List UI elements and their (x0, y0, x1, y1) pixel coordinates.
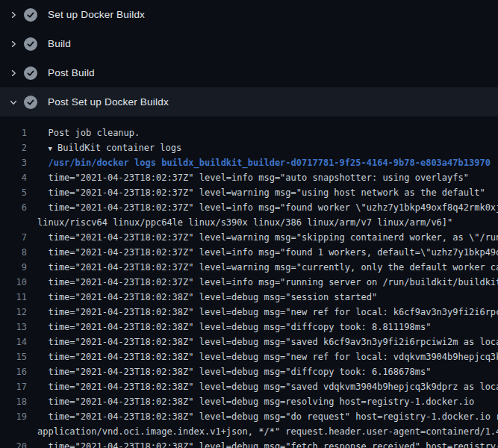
step-header-build[interactable]: Build (0, 29, 498, 58)
log-text: time="2021-04-23T18:02:38Z" level=debug … (37, 394, 474, 409)
log-line: 4 time="2021-04-23T18:02:37Z" level=info… (0, 170, 498, 185)
log-line: 15 time="2021-04-23T18:02:38Z" level=deb… (0, 349, 498, 364)
log-text: time="2021-04-23T18:02:37Z" level=info m… (37, 170, 469, 185)
line-number[interactable]: 1 (0, 125, 27, 140)
log-text: time="2021-04-23T18:02:38Z" level=debug … (37, 320, 431, 335)
step-title: Post Set up Docker Buildx (48, 96, 169, 108)
log-text: Post job cleanup. (37, 125, 140, 140)
step-header-post-build[interactable]: Post Build (0, 58, 498, 87)
log-line: 8 time="2021-04-23T18:02:37Z" level=info… (0, 245, 498, 260)
line-number[interactable]: 9 (0, 260, 27, 275)
log-line: 7 time="2021-04-23T18:02:37Z" level=warn… (0, 230, 498, 245)
line-number[interactable]: 20 (0, 439, 27, 448)
line-number[interactable]: 19 (0, 409, 27, 424)
log-text: time="2021-04-23T18:02:37Z" level=warnin… (37, 185, 485, 200)
log-text: time="2021-04-23T18:02:37Z" level=info m… (37, 245, 498, 260)
chevron-icon[interactable] (9, 38, 22, 50)
log-line: 16 time="2021-04-23T18:02:38Z" level=deb… (0, 364, 498, 379)
chevron-icon[interactable] (9, 96, 22, 108)
line-number[interactable]: 12 (0, 305, 27, 320)
log-line: 19 time="2021-04-23T18:02:38Z" level=deb… (0, 409, 498, 424)
log-text: time="2021-04-23T18:02:38Z" level=debug … (37, 439, 498, 448)
line-number (0, 215, 27, 230)
log-line: 17 time="2021-04-23T18:02:38Z" level=deb… (0, 379, 498, 394)
line-number[interactable]: 16 (0, 364, 27, 379)
log-line-continuation: linux/riscv64 linux/ppc64le linux/s390x … (0, 215, 498, 230)
log-line: 2 ▼ BuildKit container logs (0, 140, 498, 155)
check-circle-icon (24, 96, 37, 109)
line-number[interactable]: 10 (0, 275, 27, 290)
log-line: 10 time="2021-04-23T18:02:37Z" level=inf… (0, 275, 498, 290)
log-line: 11 time="2021-04-23T18:02:38Z" level=deb… (0, 290, 498, 305)
step-header-set-up-docker-buildx[interactable]: Set up Docker Buildx (0, 0, 498, 29)
log-text: time="2021-04-23T18:02:37Z" level=info m… (37, 275, 498, 290)
log-text: time="2021-04-23T18:02:38Z" level=debug … (37, 379, 498, 394)
line-number[interactable]: 2 (0, 140, 27, 155)
log-line: 1 Post job cleanup. (0, 125, 498, 140)
line-number (0, 424, 27, 439)
log-line: 9 time="2021-04-23T18:02:37Z" level=warn… (0, 260, 498, 275)
step-title: Post Build (48, 67, 95, 78)
log-line: 18 time="2021-04-23T18:02:38Z" level=deb… (0, 394, 498, 409)
line-number[interactable]: 6 (0, 200, 27, 215)
step-title: Set up Docker Buildx (48, 9, 145, 20)
log-line: 5 time="2021-04-23T18:02:37Z" level=warn… (0, 185, 498, 200)
log-text: time="2021-04-23T18:02:37Z" level=warnin… (37, 260, 498, 275)
log-line: 14 time="2021-04-23T18:02:38Z" level=deb… (0, 335, 498, 349)
line-number[interactable]: 17 (0, 379, 27, 394)
line-number[interactable]: 13 (0, 320, 27, 335)
log-line-continuation: application/vnd.oci.image.index.v1+json,… (0, 424, 498, 439)
step-title: Build (48, 38, 71, 49)
log-text: time="2021-04-23T18:02:37Z" level=info m… (37, 200, 498, 215)
log-line: 20 time="2021-04-23T18:02:38Z" level=deb… (0, 439, 498, 448)
step-header-post-set-up-docker-buildx[interactable]: Post Set up Docker Buildx (0, 87, 498, 116)
line-number[interactable]: 14 (0, 335, 27, 349)
log-line: 13 time="2021-04-23T18:02:38Z" level=deb… (0, 320, 498, 335)
log-text: time="2021-04-23T18:02:38Z" level=debug … (37, 290, 377, 305)
log-line: 3 /usr/bin/docker logs buildx_buildkit_b… (0, 155, 498, 170)
log-line: 6 time="2021-04-23T18:02:37Z" level=info… (0, 200, 498, 215)
log-text: time="2021-04-23T18:02:37Z" level=warnin… (37, 230, 498, 245)
log-group-label[interactable]: BuildKit container logs (52, 143, 181, 153)
log-text: time="2021-04-23T18:02:38Z" level=debug … (37, 335, 498, 349)
log-text: time="2021-04-23T18:02:38Z" level=debug … (37, 409, 498, 424)
chevron-icon[interactable] (9, 9, 22, 21)
line-number[interactable]: 11 (0, 290, 27, 305)
line-number[interactable]: 4 (0, 170, 27, 185)
step-section-list: Set up Docker Buildx Build P (0, 0, 498, 116)
line-number[interactable]: 3 (0, 155, 27, 170)
line-number[interactable]: 7 (0, 230, 27, 245)
log-line: 12 time="2021-04-23T18:02:38Z" level=deb… (0, 305, 498, 320)
line-number[interactable]: 15 (0, 349, 27, 364)
log-area: 1 Post job cleanup.2 ▼ BuildKit containe… (0, 116, 498, 448)
check-circle-icon (24, 66, 37, 80)
log-text: time="2021-04-23T18:02:38Z" level=debug … (37, 349, 498, 364)
log-text: linux/riscv64 linux/ppc64le linux/s390x … (37, 215, 452, 230)
log-text: application/vnd.oci.image.index.v1+json,… (37, 424, 498, 439)
log-command-text: /usr/bin/docker logs buildx_buildkit_bui… (37, 155, 491, 170)
line-number[interactable]: 8 (0, 245, 27, 260)
line-number[interactable]: 18 (0, 394, 27, 409)
chevron-icon[interactable] (9, 67, 22, 79)
check-circle-icon (24, 8, 37, 22)
line-number[interactable]: 5 (0, 185, 27, 200)
check-circle-icon (24, 37, 37, 51)
log-text: time="2021-04-23T18:02:38Z" level=debug … (37, 305, 498, 320)
log-text: ▼ BuildKit container logs (37, 140, 181, 155)
log-text: time="2021-04-23T18:02:38Z" level=debug … (37, 364, 431, 379)
